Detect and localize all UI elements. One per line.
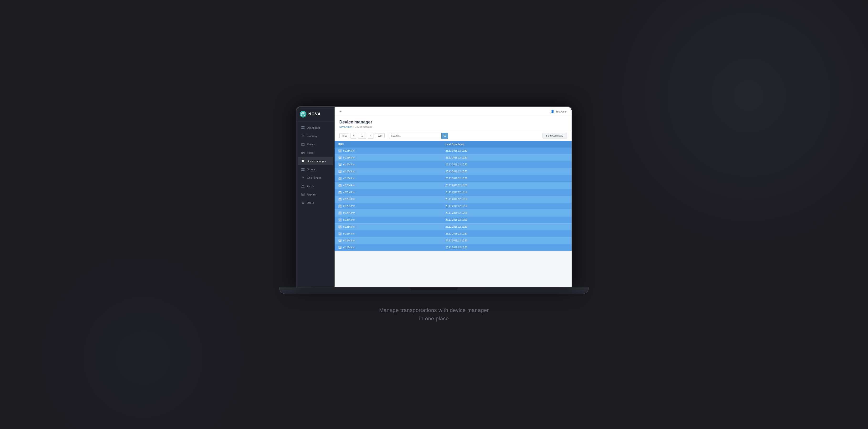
- table-row[interactable]: nf12343nm25.11.2018 12:10:50: [335, 168, 571, 175]
- page-number-input[interactable]: [358, 133, 366, 139]
- page-title: Device manager: [339, 120, 567, 125]
- footer-line-2: in one place: [379, 315, 489, 323]
- table-row[interactable]: nf12343nm25.11.2018 12:10:50: [335, 237, 571, 244]
- sidebar-item-events[interactable]: Events: [298, 140, 333, 148]
- svg-rect-33: [339, 157, 341, 159]
- cell-last-broadcast: 25.11.2018 12:10:50: [442, 196, 571, 203]
- sidebar-item-label: Geo Fences: [307, 176, 321, 179]
- cell-last-broadcast: 25.11.2018 12:10:50: [442, 189, 571, 196]
- sidebar-item-device-manager[interactable]: Device manager: [298, 157, 333, 165]
- device-row-icon: [338, 177, 342, 180]
- table-row[interactable]: nf12343nm25.11.2018 12:10:50: [335, 244, 571, 251]
- device-row-icon: [338, 149, 342, 153]
- table-row[interactable]: nf12343nm25.11.2018 12:10:50: [335, 147, 571, 155]
- breadcrumb-separator: ›: [353, 126, 354, 128]
- cell-imei: nf12343nm: [335, 189, 442, 196]
- svg-rect-17: [303, 170, 305, 171]
- cell-imei: nf12343nm: [335, 244, 442, 251]
- table-row[interactable]: nf12343nm25.11.2018 12:10:50: [335, 161, 571, 168]
- laptop-notch: [410, 288, 458, 290]
- svg-rect-60: [339, 219, 341, 221]
- table-row[interactable]: nf12343nm25.11.2018 12:10:50: [335, 203, 571, 209]
- svg-rect-1: [302, 126, 303, 128]
- sidebar-item-users[interactable]: Users: [298, 199, 333, 207]
- table-row[interactable]: nf12343nm25.11.2018 12:10:50: [335, 196, 571, 203]
- table-row[interactable]: nf12343nm25.11.2018 12:10:50: [335, 154, 571, 161]
- svg-rect-3: [302, 128, 303, 129]
- svg-point-0: [301, 112, 305, 116]
- sidebar-item-tracking[interactable]: Tracking: [298, 132, 333, 140]
- svg-rect-45: [339, 185, 341, 186]
- sidebar-item-reports[interactable]: Reports: [298, 191, 333, 199]
- table-wrapper: IMEI Last Broadcast nf12343nm25.11.2018 …: [335, 141, 571, 287]
- cell-imei: nf12343nm: [335, 182, 442, 189]
- cell-last-broadcast: 25.11.2018 12:10:50: [442, 237, 571, 244]
- hamburger-button[interactable]: ≡: [339, 109, 341, 114]
- user-label: Test User: [556, 110, 567, 113]
- sidebar-item-alerts[interactable]: Alerts: [298, 182, 333, 190]
- sidebar-item-label: Reports: [307, 193, 316, 196]
- users-icon: [301, 201, 305, 204]
- svg-rect-4: [303, 128, 305, 129]
- app-container: NOVA Dashboard: [297, 107, 571, 287]
- tracking-icon: [301, 134, 305, 138]
- device-row-icon: [338, 204, 342, 208]
- prev-page-button[interactable]: <: [350, 133, 356, 139]
- toolbar: First < > Last Send Co: [335, 131, 571, 141]
- device-row-icon: [338, 184, 342, 187]
- first-page-button[interactable]: First: [339, 133, 349, 138]
- cell-imei: nf12343nm: [335, 223, 442, 230]
- device-row-icon: [338, 191, 342, 194]
- sidebar-item-geo-fences[interactable]: Geo Fences: [298, 174, 333, 182]
- table-row[interactable]: nf12343nm25.11.2018 12:10:50: [335, 209, 571, 217]
- cell-last-broadcast: 25.11.2018 12:10:50: [442, 182, 571, 189]
- sidebar-item-label: Users: [307, 201, 314, 204]
- table-body: nf12343nm25.11.2018 12:10:50 nf12343nm25…: [335, 147, 571, 251]
- svg-rect-11: [302, 152, 303, 154]
- device-row-icon: [338, 163, 342, 166]
- table-row[interactable]: nf12343nm25.11.2018 12:10:50: [335, 175, 571, 182]
- svg-rect-54: [339, 205, 341, 207]
- sidebar-item-label: Device manager: [307, 160, 326, 163]
- video-icon: [301, 151, 305, 155]
- svg-rect-42: [339, 177, 341, 179]
- sidebar-item-label: Tracking: [307, 135, 317, 137]
- device-row-icon: [338, 211, 342, 215]
- table-row[interactable]: nf12343nm25.11.2018 12:10:50: [335, 217, 571, 223]
- next-page-button[interactable]: >: [368, 133, 373, 139]
- dashboard-icon: [301, 126, 305, 129]
- cell-last-broadcast: 25.11.2018 12:10:50: [442, 244, 571, 251]
- sidebar-item-label: Alerts: [307, 185, 314, 188]
- svg-point-28: [444, 135, 445, 136]
- table-header: IMEI Last Broadcast: [335, 141, 571, 147]
- laptop-base: [279, 288, 589, 294]
- cell-last-broadcast: 25.11.2018 12:10:50: [442, 147, 571, 155]
- sidebar-item-groups[interactable]: Groups: [298, 165, 333, 173]
- sidebar-item-dashboard[interactable]: Dashboard: [298, 124, 333, 132]
- search-input[interactable]: [389, 133, 441, 139]
- cell-imei: nf12343nm: [335, 230, 442, 237]
- svg-point-27: [302, 202, 304, 203]
- last-page-button[interactable]: Last: [375, 133, 385, 138]
- svg-rect-36: [339, 164, 341, 165]
- cell-imei: nf12343nm: [335, 154, 442, 161]
- logo-text: NOVA: [308, 112, 321, 116]
- sidebar-item-video[interactable]: Video: [298, 149, 333, 157]
- svg-line-29: [445, 136, 446, 137]
- breadcrumb-parent[interactable]: Nova Axium: [339, 126, 352, 128]
- cell-last-broadcast: 25.11.2018 12:10:50: [442, 161, 571, 168]
- table-row[interactable]: nf12343nm25.11.2018 12:10:50: [335, 230, 571, 237]
- send-command-button[interactable]: Send Command: [542, 133, 567, 138]
- sidebar: NOVA Dashboard: [297, 107, 335, 287]
- table-row[interactable]: nf12343nm25.11.2018 12:10:50: [335, 182, 571, 189]
- user-info: 👤 Test User: [551, 110, 567, 113]
- device-row-icon: [338, 225, 342, 229]
- table-row[interactable]: nf12343nm25.11.2018 12:10:50: [335, 223, 571, 230]
- table-row[interactable]: nf12343nm25.11.2018 12:10:50: [335, 189, 571, 196]
- svg-rect-57: [339, 212, 341, 214]
- cell-last-broadcast: 25.11.2018 12:10:50: [442, 154, 571, 161]
- device-row-icon: [338, 239, 342, 242]
- search-button[interactable]: [441, 133, 448, 139]
- search-wrapper: [389, 133, 541, 139]
- bg-decoration-2: [24, 238, 262, 429]
